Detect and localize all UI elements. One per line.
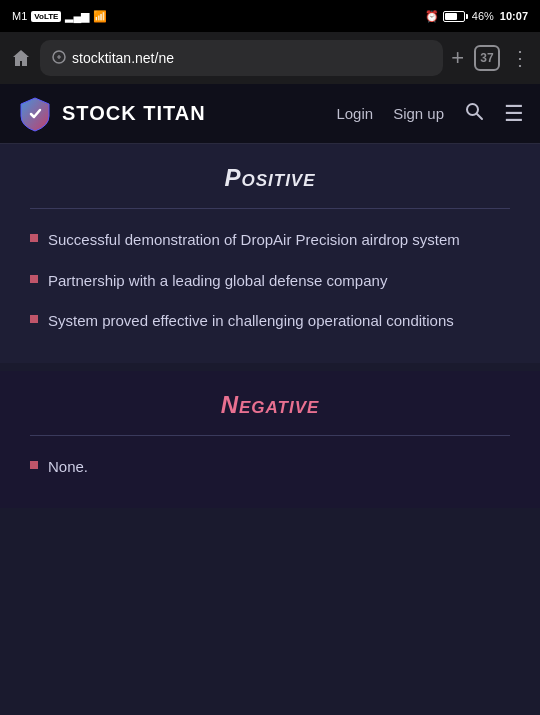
search-button[interactable] [464,101,484,126]
tab-count-button[interactable]: 37 [474,45,500,71]
positive-title: Positive [30,164,510,192]
address-text: stocktitan.net/ne [72,50,431,66]
negative-divider [30,435,510,436]
bullet-icon [30,234,38,242]
battery-indicator [443,11,468,22]
browser-chrome: stocktitan.net/ne + 37 ⋮ [0,32,540,84]
status-left: M1 VoLTE VoLTE ▂▄▆ 📶 [12,10,107,23]
svg-line-2 [477,114,482,119]
site-logo[interactable]: STOCK TITAN [16,95,336,133]
positive-section: Positive Successful demonstration of Dro… [0,144,540,363]
positive-item-3: System proved effective in challenging o… [48,310,454,333]
bullet-icon [30,315,38,323]
negative-bullet-list: None. [30,456,510,479]
negative-section: Negative None. [0,371,540,509]
main-content: Positive Successful demonstration of Dro… [0,144,540,508]
bullet-icon [30,275,38,283]
list-item: Partnership with a leading global defens… [30,270,510,293]
nav-bar: STOCK TITAN Login Sign up ☰ [0,84,540,144]
positive-item-1: Successful demonstration of DropAir Prec… [48,229,460,252]
login-link[interactable]: Login [336,105,373,122]
list-item: Successful demonstration of DropAir Prec… [30,229,510,252]
positive-bullet-list: Successful demonstration of DropAir Prec… [30,229,510,333]
nav-actions: Login Sign up ☰ [336,101,524,127]
wifi-icon: 📶 [93,10,107,23]
browser-actions: + 37 ⋮ [451,45,530,71]
more-menu-button[interactable]: ⋮ [510,46,530,70]
list-item: System proved effective in challenging o… [30,310,510,333]
negative-none: None. [48,456,88,479]
time-display: 10:07 [500,10,528,22]
carrier-label: M1 [12,10,27,22]
bullet-icon [30,461,38,469]
negative-title: Negative [30,391,510,419]
status-right: ⏰ 46% 10:07 [425,10,528,23]
logo-icon [16,95,54,133]
address-bar[interactable]: stocktitan.net/ne [40,40,443,76]
site-name: STOCK TITAN [62,102,206,125]
volte-badge: VoLTE [31,11,61,22]
signup-link[interactable]: Sign up [393,105,444,122]
home-button[interactable] [10,47,32,69]
status-bar: M1 VoLTE VoLTE ▂▄▆ 📶 ⏰ 46% 10:07 [0,0,540,32]
address-bar-icon [52,50,66,67]
positive-item-2: Partnership with a leading global defens… [48,270,387,293]
positive-divider [30,208,510,209]
menu-button[interactable]: ☰ [504,101,524,127]
signal-strength: ▂▄▆ [65,10,89,23]
list-item: None. [30,456,510,479]
battery-percent: 46% [472,10,494,22]
alarm-icon: ⏰ [425,10,439,23]
new-tab-button[interactable]: + [451,45,464,71]
